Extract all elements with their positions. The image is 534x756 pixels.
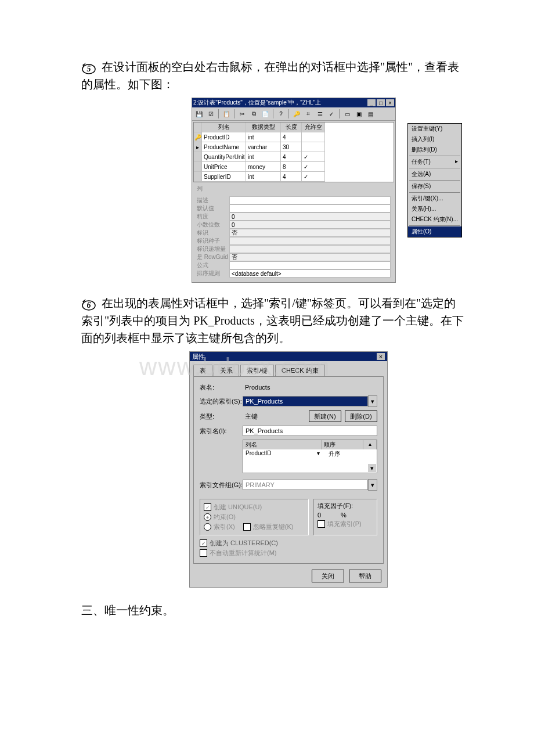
ctx-check[interactable]: CHECK 约束(N)... [408, 214, 461, 225]
prop-value[interactable]: <database default> [229, 269, 391, 278]
table-cell[interactable]: ✓ [302, 162, 325, 172]
paste-icon[interactable]: 📋 [221, 109, 232, 119]
help-icon[interactable]: ? [276, 109, 286, 119]
pad-index-checkbox: 填充索引(P) [317, 520, 373, 528]
designer-title: 2:设计表"Products"，位置是"sample"中，"ZHL"上 [193, 99, 366, 107]
rel-icon[interactable]: ☰ [315, 109, 325, 119]
table-cell[interactable]: ✓ [302, 172, 325, 182]
col-order-cell[interactable]: 升序 [326, 449, 364, 459]
step5-text: 在设计面板的空白处右击鼠标，在弹出的对话框中选择"属性"，查看表的属性。如下图： [81, 60, 459, 91]
tab-check[interactable]: CHECK 约束 [275, 365, 325, 376]
col-name-header: 列名 [243, 440, 322, 449]
delete-button[interactable]: 删除(D) [345, 411, 377, 422]
ctx-relations[interactable]: 关系(H)... [408, 204, 461, 214]
b-icon[interactable]: ▣ [353, 109, 364, 119]
prop-value[interactable] [229, 204, 391, 213]
tab-indexes[interactable]: 索引/键 [240, 365, 274, 376]
check-icon[interactable]: ✓ [326, 109, 337, 119]
key-icon[interactable]: 🔑 [291, 109, 302, 119]
chevron-down-icon[interactable]: ▾ [368, 479, 377, 491]
prop-value[interactable] [229, 196, 391, 204]
prop-value: 0 [229, 221, 391, 229]
close-icon[interactable]: × [386, 99, 394, 106]
chevron-down-icon[interactable]: ▾ [315, 449, 326, 459]
ctx-indexes[interactable]: 索引/键(X)... [408, 193, 461, 204]
ctx-save[interactable]: 保存(S) [408, 181, 461, 192]
close-button[interactable]: 关闭 [312, 570, 344, 582]
col-null-header: 允许空 [302, 123, 325, 132]
table-cell[interactable]: ProductName [202, 142, 246, 152]
table-cell[interactable]: QuantityPerUnit [202, 152, 246, 162]
prop-label: 公式 [197, 261, 229, 269]
fill-factor-input[interactable]: 0 [317, 512, 338, 519]
prop-label: 描述 [197, 196, 229, 204]
table-cell[interactable]: 4 [281, 132, 302, 142]
tab-relations[interactable]: 关系 [214, 365, 239, 376]
table-name-label: 表名: [200, 383, 243, 392]
index-icon[interactable]: ⌗ [303, 109, 313, 119]
table-cell[interactable]: ✓ [302, 152, 325, 162]
prop-value[interactable]: 否 [229, 253, 391, 261]
save-icon[interactable]: 💾 [194, 109, 204, 119]
selected-index-label: 选定的索引(S): [200, 397, 243, 406]
c-icon[interactable]: ▤ [365, 109, 376, 119]
minimize-icon[interactable]: _ [367, 99, 376, 106]
percent-label: % [341, 512, 347, 519]
table-cell[interactable] [302, 132, 325, 142]
table-cell[interactable]: varchar [246, 142, 281, 152]
table-cell[interactable]: 8 [281, 162, 302, 172]
table-cell[interactable]: 4 [281, 152, 302, 162]
svg-text:5: 5 [87, 64, 91, 73]
filegroup-combo[interactable]: PRIMARY [243, 480, 368, 490]
table-cell[interactable] [302, 142, 325, 152]
index-columns-table[interactable]: 列名 顺序 ▴ ProductID ▾ 升序 ▾ [243, 440, 377, 473]
ctx-delete-column[interactable]: 删除列(D) [408, 145, 461, 155]
close-icon[interactable]: × [377, 353, 385, 360]
paste2-icon[interactable]: 📄 [260, 109, 270, 119]
fill-factor-label: 填充因子(F): [317, 502, 373, 510]
scroll-down-icon[interactable]: ▾ [368, 464, 376, 472]
ctx-select-all[interactable]: 全选(A) [408, 169, 461, 179]
col-name-cell[interactable]: ProductID [243, 449, 315, 459]
ctx-insert-column[interactable]: 插入列(I) [408, 134, 461, 145]
table-cell[interactable]: 30 [281, 142, 302, 152]
cut-icon[interactable]: ✂ [237, 109, 247, 119]
clustered-checkbox[interactable]: ✓ 创建为 CLUSTERED(C) [200, 539, 377, 548]
norecompute-checkbox: 不自动重新计算统计(M) [200, 549, 377, 557]
new-button[interactable]: 新建(N) [309, 411, 341, 422]
svg-text:6: 6 [87, 301, 91, 309]
col-type-header: 数据类型 [246, 123, 281, 132]
tab-table[interactable]: 表 [193, 365, 212, 376]
table-cell[interactable]: SupplierID [202, 172, 246, 182]
table-cell[interactable]: money [246, 162, 281, 172]
prop-value[interactable]: 否 [229, 229, 391, 237]
table-cell[interactable]: int [246, 172, 281, 182]
step5-paragraph: 5 在设计面板的空白处右击鼠标，在弹出的对话框中选择"属性"，查看表的属性。如下… [81, 58, 464, 93]
table-cell[interactable]: 4 [281, 172, 302, 182]
index-name-label: 索引名(I): [200, 427, 243, 435]
prop-value[interactable] [229, 261, 391, 269]
dialog-title: 属性 [192, 352, 377, 361]
column-properties-panel: 列 描述 默认值 精度0 小数位数0 标识否 标识种子 标识递增量 是 RowG… [193, 183, 394, 281]
properties-icon[interactable]: ☑ [205, 109, 216, 119]
copy-icon[interactable]: ⧉ [248, 109, 259, 119]
table-cell[interactable]: UnitPrice [202, 162, 246, 172]
prop-label: 精度 [197, 213, 229, 221]
constraint-radio: ● 约束(O) [204, 513, 305, 521]
table-cell[interactable]: int [246, 132, 281, 142]
row-selector-icon[interactable]: ▸ [194, 142, 202, 152]
col-len-header: 长度 [281, 123, 302, 132]
chevron-down-icon[interactable]: ▾ [368, 395, 377, 407]
ctx-set-primary-key[interactable]: 设置主键(Y) [408, 124, 461, 134]
selected-index-combo[interactable]: PK_Products [243, 396, 368, 406]
table-cell[interactable]: int [246, 152, 281, 162]
scroll-up-icon[interactable]: ▴ [363, 440, 377, 449]
maximize-icon[interactable]: □ [377, 99, 385, 106]
help-button[interactable]: 帮助 [349, 570, 381, 582]
prop-value [229, 245, 391, 253]
ctx-task[interactable]: 任务(T)▸ [408, 157, 461, 167]
a-icon[interactable]: ▭ [342, 109, 352, 119]
index-name-input[interactable]: PK_Products [243, 426, 377, 436]
table-cell[interactable]: ProductID [202, 132, 246, 142]
ctx-properties[interactable]: 属性(O) [408, 226, 461, 237]
